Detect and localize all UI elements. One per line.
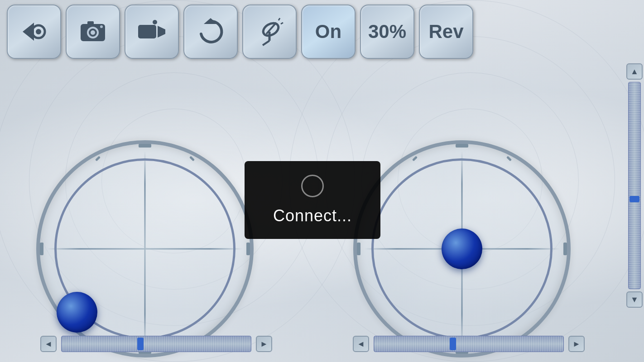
svg-line-16	[279, 18, 280, 20]
bottom-right-slider-right-arrow[interactable]: ►	[568, 336, 585, 352]
svg-rect-6	[87, 21, 94, 25]
bottom-left-slider[interactable]: ◄ ►	[40, 336, 272, 352]
bottom-right-slider-thumb	[450, 338, 456, 350]
rev-label: Rev	[428, 21, 463, 43]
toolbar: On 30% Rev	[0, 0, 644, 63]
slider-down-arrow[interactable]: ▼	[626, 291, 643, 308]
svg-rect-8	[138, 25, 156, 38]
on-off-button[interactable]: On	[301, 5, 356, 59]
bottom-left-slider-left-arrow[interactable]: ◄	[40, 336, 57, 352]
bottom-right-slider-left-arrow[interactable]: ◄	[353, 336, 369, 352]
connect-icon	[301, 175, 324, 197]
bottom-right-slider-track[interactable]	[374, 336, 564, 352]
signal-button[interactable]	[242, 5, 297, 59]
svg-line-13	[263, 41, 269, 45]
rev-button[interactable]: Rev	[419, 5, 473, 59]
bottom-left-slider-right-arrow[interactable]: ►	[256, 336, 272, 352]
connect-text: Connect...	[273, 206, 352, 225]
crosshair-vertical	[144, 140, 146, 357]
video-button[interactable]	[125, 5, 179, 59]
svg-point-5	[91, 30, 95, 35]
right-slider[interactable]: ▲ ▼	[625, 63, 644, 308]
slider-up-arrow[interactable]: ▲	[626, 63, 643, 80]
right-joystick-ring	[353, 140, 571, 357]
bottom-left-slider-thumb	[137, 338, 144, 350]
slider-track[interactable]	[628, 82, 641, 289]
svg-marker-9	[158, 26, 165, 38]
camera-button[interactable]	[66, 5, 120, 59]
svg-point-10	[153, 20, 157, 24]
connect-dialog: Connect...	[245, 161, 380, 239]
svg-point-2	[36, 29, 41, 34]
bottom-sliders-container: ◄ ► ◄ ►	[0, 326, 625, 362]
back-button[interactable]	[7, 5, 61, 59]
svg-point-7	[100, 25, 103, 28]
refresh-button[interactable]	[183, 5, 238, 59]
bottom-right-slider[interactable]: ◄ ►	[353, 336, 585, 352]
svg-line-17	[281, 23, 283, 24]
main-area: Connect...	[0, 63, 625, 326]
bottom-left-slider-track[interactable]	[61, 336, 251, 352]
right-joystick-ball	[442, 229, 482, 269]
speed-button[interactable]: 30%	[360, 5, 414, 59]
on-off-label: On	[315, 21, 341, 43]
left-joystick-ring	[36, 140, 254, 357]
slider-thumb	[630, 196, 639, 202]
speed-label: 30%	[368, 21, 406, 43]
